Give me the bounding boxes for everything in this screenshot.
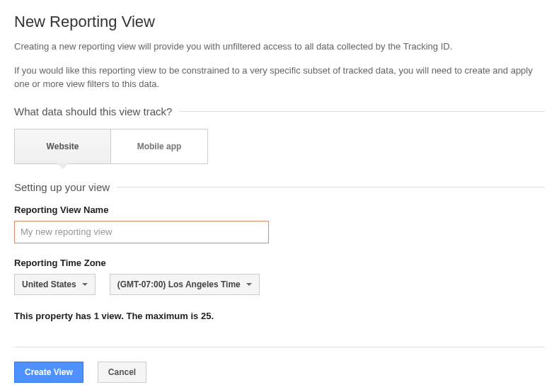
tab-mobile-app[interactable]: Mobile app (111, 129, 208, 164)
divider-line (179, 111, 545, 112)
view-name-input[interactable] (14, 221, 269, 243)
section-track-label: What data should this view track? (14, 105, 179, 117)
country-dropdown[interactable]: United States (14, 274, 96, 295)
intro-paragraph-1: Creating a new reporting view will provi… (14, 40, 545, 54)
timezone-dropdown[interactable]: (GMT-07:00) Los Angeles Time (110, 274, 260, 295)
page-title: New Reporting View (14, 13, 545, 31)
view-name-label: Reporting View Name (14, 204, 545, 215)
section-track-header: What data should this view track? (14, 105, 545, 117)
intro-paragraph-2: If you would like this reporting view to… (14, 64, 545, 91)
section-setup-header: Setting up your view (14, 181, 545, 193)
create-view-button[interactable]: Create View (14, 362, 83, 383)
divider-line (117, 187, 545, 188)
button-row: Create View Cancel (14, 362, 545, 383)
tab-website[interactable]: Website (14, 129, 111, 164)
property-view-count: This property has 1 view. The maximum is… (14, 311, 545, 321)
cancel-button[interactable]: Cancel (98, 362, 146, 383)
section-setup-label: Setting up your view (14, 181, 117, 193)
tab-mobile-app-label: Mobile app (137, 142, 182, 151)
timezone-label: Reporting Time Zone (14, 258, 545, 268)
timezone-dropdown-value: (GMT-07:00) Los Angeles Time (117, 279, 241, 289)
tab-row: Website Mobile app (14, 129, 545, 164)
country-dropdown-value: United States (22, 279, 76, 289)
bottom-divider (14, 347, 545, 347)
timezone-row: United States (GMT-07:00) Los Angeles Ti… (14, 274, 545, 295)
chevron-down-icon (246, 283, 252, 286)
tab-website-label: Website (47, 142, 79, 151)
chevron-down-icon (82, 283, 88, 286)
